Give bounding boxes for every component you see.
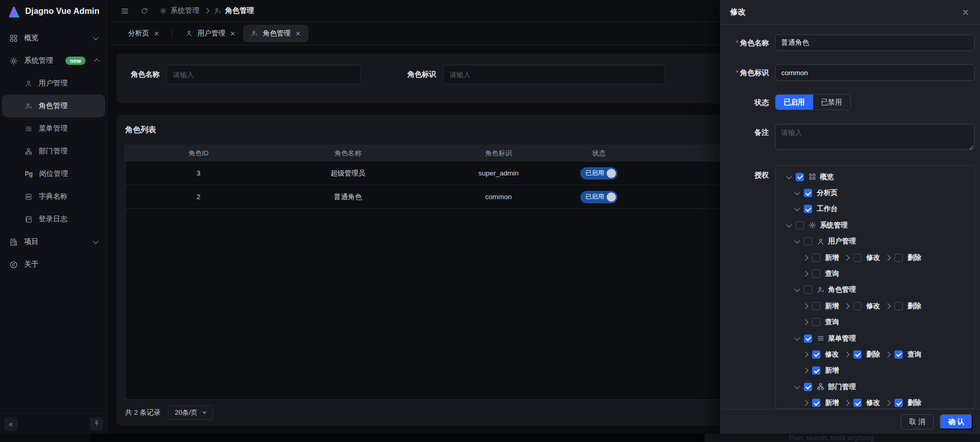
tree-caret-icon[interactable] (885, 401, 891, 405)
tree-checkbox[interactable] (804, 189, 812, 197)
tree-caret-icon[interactable] (802, 304, 809, 308)
tree-node[interactable]: 删除 (885, 398, 921, 408)
sidebar-item-depts[interactable]: 部门管理 (2, 140, 105, 163)
tree-checkbox[interactable] (812, 254, 820, 262)
tree-caret-icon[interactable] (794, 191, 800, 195)
tree-node[interactable]: 分析页 (794, 188, 838, 198)
tree-caret-icon[interactable] (844, 401, 850, 405)
sidebar-item-dict[interactable]: 字典名称 (2, 185, 105, 208)
sidebar-item-posts[interactable]: Pg岗位管理 (2, 163, 105, 185)
tree-checkbox[interactable] (812, 302, 820, 310)
tree-checkbox[interactable] (853, 399, 862, 407)
tree-node[interactable]: 修改 (802, 350, 839, 359)
tree-checkbox[interactable] (853, 254, 862, 262)
tree-checkbox[interactable] (804, 334, 812, 343)
tree-node[interactable]: 查询 (802, 269, 839, 278)
tree-node[interactable]: 查询 (885, 350, 921, 359)
tree-node[interactable]: 新增 (802, 398, 839, 408)
remark-textarea[interactable] (775, 124, 975, 150)
tree-caret-icon[interactable] (802, 256, 809, 260)
tree-checkbox[interactable] (796, 221, 804, 229)
tree-node[interactable]: 修改 (844, 398, 880, 408)
sidebar-item-login-log[interactable]: 登录日志 (2, 208, 105, 231)
close-icon[interactable] (961, 8, 970, 16)
tree-caret-icon[interactable] (794, 239, 800, 243)
tab-close-icon[interactable]: ✕ (154, 30, 160, 37)
role-code-input[interactable] (775, 64, 975, 81)
tree-node[interactable]: 新增 (802, 253, 839, 262)
sidebar-pin-button[interactable] (90, 417, 103, 431)
cancel-button[interactable]: 取 消 (901, 414, 934, 430)
status-option-enabled[interactable]: 已启用 (776, 95, 813, 110)
refresh-icon[interactable] (141, 7, 148, 15)
sidebar-item-users[interactable]: 用户管理 (2, 72, 105, 95)
tree-caret-icon[interactable] (844, 256, 850, 260)
breadcrumb-item-roles[interactable]: 角色管理 (214, 6, 254, 15)
role-name-search-input[interactable] (166, 65, 361, 84)
tree-caret-icon[interactable] (802, 352, 809, 357)
tree-caret-icon[interactable] (802, 320, 809, 324)
tree-checkbox[interactable] (812, 270, 820, 278)
tree-node[interactable]: 工作台 (794, 204, 838, 214)
tree-checkbox[interactable] (812, 399, 820, 407)
tree-node[interactable]: 部门管理 (794, 382, 856, 392)
tree-caret-icon[interactable] (844, 352, 850, 357)
tree-checkbox[interactable] (796, 173, 804, 181)
role-name-input[interactable] (775, 34, 975, 51)
tree-checkbox[interactable] (853, 302, 862, 310)
tree-checkbox[interactable] (804, 286, 812, 294)
tree-checkbox[interactable] (895, 254, 903, 262)
tree-checkbox[interactable] (895, 350, 903, 359)
tree-caret-icon[interactable] (844, 304, 850, 308)
tree-node[interactable]: 查询 (802, 317, 839, 327)
tree-checkbox[interactable] (895, 302, 903, 310)
tree-checkbox[interactable] (895, 399, 903, 407)
tree-checkbox[interactable] (804, 383, 812, 391)
tree-node[interactable]: 修改 (844, 253, 880, 262)
tree-checkbox[interactable] (804, 237, 812, 245)
tree-node[interactable]: 菜单管理 (794, 334, 856, 343)
tab-analysis[interactable]: 分析页✕ (121, 25, 167, 42)
tree-caret-icon[interactable] (794, 385, 800, 389)
tree-node[interactable]: 修改 (844, 302, 880, 311)
role-code-search-input[interactable] (443, 65, 665, 84)
sidebar-item-about[interactable]: 关于 (2, 253, 105, 276)
tree-node[interactable]: 新增 (802, 366, 839, 375)
tree-checkbox[interactable] (812, 318, 820, 326)
tree-node[interactable]: 新增 (802, 302, 839, 311)
sidebar-collapse-button[interactable]: « (4, 417, 18, 431)
breadcrumb-item-system[interactable]: 系统管理 (160, 6, 199, 15)
status-toggle[interactable]: 已启用 (580, 191, 617, 203)
sidebar-item-project[interactable]: 项目 (2, 231, 105, 253)
tree-checkbox[interactable] (812, 366, 820, 375)
tree-node[interactable]: 角色管理 (794, 285, 856, 294)
tree-caret-icon[interactable] (802, 401, 809, 405)
tree-checkbox[interactable] (812, 350, 820, 359)
tree-caret-icon[interactable] (786, 223, 792, 227)
sidebar-item-roles[interactable]: 角色管理 (2, 95, 105, 117)
tree-caret-icon[interactable] (885, 304, 891, 308)
tree-caret-icon[interactable] (885, 352, 891, 357)
tree-caret-icon[interactable] (786, 175, 792, 179)
tree-node[interactable]: 删除 (885, 253, 921, 262)
tree-caret-icon[interactable] (794, 288, 800, 292)
tab-close-icon[interactable]: ✕ (230, 30, 235, 37)
tree-caret-icon[interactable] (885, 256, 891, 260)
sidebar-item-system[interactable]: 系统管理new (2, 49, 105, 72)
tree-caret-icon[interactable] (802, 272, 809, 276)
status-toggle[interactable]: 已启用 (580, 167, 617, 180)
tree-node[interactable]: 用户管理 (794, 237, 856, 246)
status-option-disabled[interactable]: 已禁用 (813, 95, 851, 110)
tree-checkbox[interactable] (804, 205, 812, 213)
tree-caret-icon[interactable] (802, 368, 809, 373)
tree-caret-icon[interactable] (794, 207, 800, 211)
tab-close-icon[interactable]: ✕ (295, 30, 301, 37)
tree-node[interactable]: 删除 (885, 302, 921, 311)
tree-caret-icon[interactable] (794, 337, 800, 341)
tab-users[interactable]: 用户管理✕ (178, 25, 243, 42)
page-size-select[interactable]: 20条/页 (168, 405, 213, 420)
confirm-button[interactable]: 确 认 (940, 414, 973, 430)
tree-node[interactable]: 删除 (844, 350, 880, 359)
tree-node[interactable]: 概览 (786, 172, 834, 182)
hamburger-icon[interactable] (121, 7, 129, 15)
